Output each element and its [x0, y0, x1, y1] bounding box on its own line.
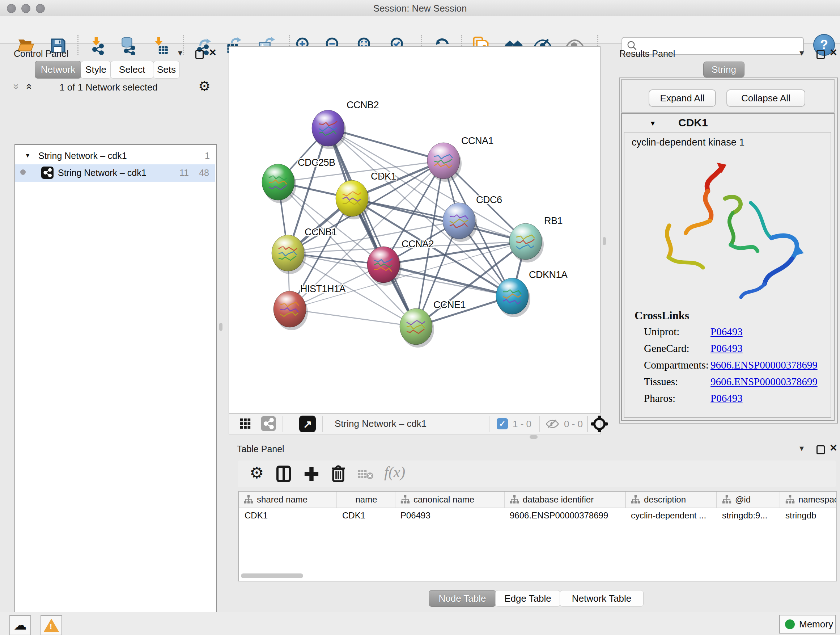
- table-cell[interactable]: stringdb:9...: [716, 508, 785, 523]
- results-panel-float-icon[interactable]: [816, 50, 825, 59]
- tab-edge-table[interactable]: Edge Table: [495, 590, 561, 607]
- function-builder-icon: f(x): [384, 463, 405, 481]
- column-header-name[interactable]: name: [336, 492, 395, 508]
- column-header-database-identifier[interactable]: database identifier: [504, 492, 626, 508]
- tab-style[interactable]: Style: [81, 61, 111, 79]
- network-options-gear-icon[interactable]: ⚙: [198, 78, 210, 94]
- crosslink-uniprot-link[interactable]: P06493: [711, 326, 743, 338]
- create-column-plus-icon[interactable]: [304, 466, 319, 483]
- memory-status-dot-icon: [785, 619, 795, 629]
- tab-sets[interactable]: Sets: [153, 61, 180, 79]
- column-header-shared-name[interactable]: shared name: [239, 492, 336, 508]
- control-panel-close-icon[interactable]: ✕: [209, 49, 217, 57]
- network-node-count: 11: [174, 168, 189, 178]
- horizontal-scrollbar[interactable]: [241, 573, 303, 578]
- table-panel-close-icon[interactable]: ✕: [829, 444, 837, 452]
- protein-structure-image: [648, 158, 807, 306]
- vertical-splitter-handle[interactable]: [603, 237, 606, 245]
- selected-node-edge-count: 1 - 0: [513, 418, 531, 430]
- column-type-icon: [510, 495, 519, 504]
- crosslink-genecard-link[interactable]: P06493: [711, 342, 743, 355]
- table-cell[interactable]: CDK1: [336, 508, 401, 523]
- gene-name: CDK1: [678, 117, 708, 129]
- table-cell[interactable]: stringdb: [780, 508, 840, 523]
- crosslink-pharos-link[interactable]: P06493: [711, 393, 743, 404]
- svg-text:CDC25B: CDC25B: [298, 157, 335, 168]
- results-outer-box: Expand All Collapse All ▼ CDK1 cyclin-de…: [619, 78, 838, 424]
- control-panel: Control Panel ▾ ✕ Network Style Select S…: [4, 46, 215, 603]
- network-share-view-icon[interactable]: [261, 416, 276, 431]
- toolbar-separator: [322, 416, 323, 432]
- column-header-namespace[interactable]: namespace: [780, 492, 836, 508]
- string-network-graph[interactable]: CCNB2CCNA1CDC25BCDK1CDC6RB1CCNB1CCNA2CDK…: [229, 47, 600, 413]
- network-view-title: String Network – cdk1: [335, 418, 426, 429]
- hidden-eye-icon: [545, 418, 560, 431]
- table-cell[interactable]: P06493: [395, 508, 510, 523]
- network-collection-row[interactable]: ▼ String Network – cdk1 1: [15, 149, 215, 165]
- svg-text:CDC6: CDC6: [476, 195, 502, 205]
- results-panel-menu-caret-icon[interactable]: ▾: [799, 49, 804, 57]
- table-panel-float-icon[interactable]: [816, 445, 825, 454]
- crosslink-label: GeneCard:: [644, 342, 690, 355]
- tab-string-results[interactable]: String: [703, 62, 745, 78]
- crosslink-label: Uniprot:: [644, 326, 679, 338]
- table-panel-menu-caret-icon[interactable]: ▾: [799, 445, 804, 452]
- toolbar-separator: [283, 416, 283, 432]
- network-row-label: String Network – cdk1: [58, 168, 147, 178]
- delete-table-icon: [357, 469, 373, 481]
- expand-all-button[interactable]: Expand All: [649, 89, 716, 107]
- birds-eye-view-icon[interactable]: ↗: [299, 416, 316, 432]
- toolbar-separator: [539, 416, 540, 432]
- crosslink-label: Tissues:: [644, 376, 678, 388]
- warnings-button[interactable]: !: [41, 615, 62, 635]
- column-header-canonical-name[interactable]: canonical name: [395, 492, 505, 508]
- svg-text:CCNE1: CCNE1: [433, 299, 466, 310]
- control-panel-menu-caret-icon[interactable]: ▾: [178, 49, 182, 57]
- crosslink-tissues-link[interactable]: 9606.ENSP00000378699: [711, 376, 818, 388]
- gene-section-caret-icon[interactable]: ▼: [649, 119, 656, 127]
- table-settings-gear-icon[interactable]: ⚙: [249, 463, 264, 482]
- delete-column-trash-icon[interactable]: [331, 465, 346, 484]
- tab-select[interactable]: Select: [111, 61, 154, 79]
- tab-node-table[interactable]: Node Table: [429, 590, 496, 607]
- table-cell[interactable]: CDK1: [239, 508, 342, 523]
- column-header-description[interactable]: description: [625, 492, 717, 508]
- results-panel: Results Panel ▾ ✕ String Expand All Coll…: [615, 46, 840, 440]
- table-cell[interactable]: cyclin-dependent ...: [625, 508, 722, 523]
- svg-text:CCNA1: CCNA1: [461, 135, 493, 146]
- control-panel-float-icon[interactable]: [195, 50, 204, 59]
- tab-network-table[interactable]: Network Table: [560, 590, 644, 607]
- memory-button[interactable]: Memory: [779, 615, 836, 633]
- tab-network[interactable]: Network: [35, 61, 81, 79]
- status-bar: ☁ ! Memory: [0, 612, 840, 635]
- automation-cloud-button[interactable]: ☁: [9, 615, 31, 635]
- svg-text:RB1: RB1: [544, 215, 562, 226]
- collapse-all-chevron-icon[interactable]: »: [11, 84, 23, 90]
- network-view-canvas[interactable]: CCNB2CCNA1CDC25BCDK1CDC6RB1CCNB1CCNA2CDK…: [229, 46, 600, 413]
- collapse-all-button[interactable]: Collapse All: [726, 89, 805, 107]
- results-panel-close-icon[interactable]: ✕: [829, 49, 837, 57]
- network-status-dot-icon: [20, 169, 26, 175]
- expand-all-chevron-icon[interactable]: «: [24, 84, 36, 90]
- tree-expand-caret-icon[interactable]: ▼: [25, 152, 31, 159]
- crosslink-compartments-link[interactable]: 9606.ENSP00000378699: [711, 359, 818, 371]
- crosslinks-title: CrossLinks: [635, 309, 689, 322]
- network-row-selected[interactable]: String Network – cdk1 11 48: [15, 165, 215, 182]
- column-header-id[interactable]: @id: [716, 492, 780, 508]
- network-tree: ▼ String Network – cdk1 1 String Network…: [14, 144, 217, 635]
- horizontal-splitter-handle[interactable]: [530, 435, 538, 439]
- table-cell[interactable]: 9606.ENSP00000378699: [504, 508, 631, 523]
- svg-text:CCNB1: CCNB1: [305, 226, 337, 238]
- center-view-crosshair-icon[interactable]: [591, 415, 608, 434]
- string-network-icon: [41, 166, 54, 179]
- cloud-icon: ☁: [14, 619, 27, 632]
- svg-text:CCNA2: CCNA2: [401, 239, 434, 249]
- network-selected-status: 1 of 1 Network selected: [43, 82, 174, 93]
- vertical-splitter-handle[interactable]: [219, 323, 223, 331]
- show-columns-icon[interactable]: [276, 466, 291, 484]
- memory-label: Memory: [799, 619, 833, 630]
- selected-checkbox-icon[interactable]: ✓: [497, 418, 508, 429]
- network-view-toolbar: ↗ String Network – cdk1 ✓ 1 - 0 0 - 0: [229, 413, 600, 434]
- grid-view-icon[interactable]: [239, 417, 251, 431]
- crosslink-label: Pharos:: [644, 393, 676, 404]
